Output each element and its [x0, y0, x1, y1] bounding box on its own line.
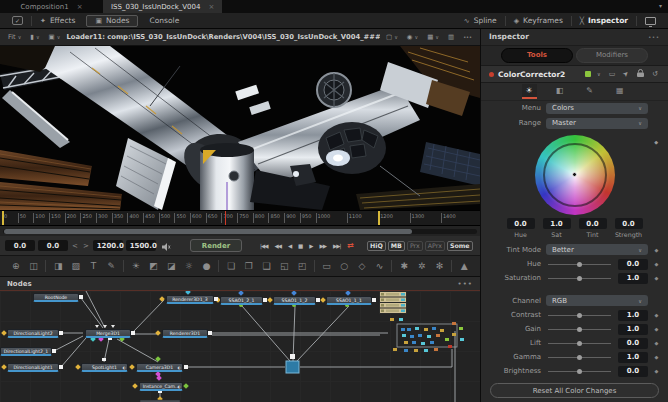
strength-value-field[interactable]: 0.0 — [615, 218, 643, 229]
pemitter-tool-icon[interactable]: ✱ — [395, 261, 413, 271]
contrast-value-field[interactable]: 1.0 — [618, 310, 648, 321]
fastnoise-tool-icon[interactable]: ▨ — [67, 261, 85, 271]
colorcorrector-header[interactable]: ColorCorrector2 ∨ ▭ ➤ ↺ — [481, 65, 668, 84]
dual-monitor-icon[interactable] — [645, 17, 656, 25]
range-dropdown[interactable]: Master ∨ — [546, 118, 648, 129]
inspector-menu-icon[interactable]: ••• — [648, 34, 660, 40]
polygon-mask-icon[interactable]: ◇ — [353, 261, 371, 271]
reset-icon[interactable]: ↺ — [650, 70, 660, 78]
loop-button[interactable]: ⇄ — [344, 239, 357, 252]
inspector-button[interactable]: ╳ Inspector — [572, 13, 636, 29]
effects-button[interactable]: ✦ Effects — [32, 13, 83, 29]
keyframes-button[interactable]: ◈ Keyframes — [506, 13, 571, 29]
channel-dropdown[interactable]: ▮ ∨ — [27, 33, 42, 41]
mattecontrol-tool-icon[interactable]: ❑ — [258, 261, 276, 271]
lift-slider[interactable] — [546, 339, 613, 348]
node-rootnode[interactable]: RootNode — [33, 293, 79, 302]
brightness-value-field[interactable]: 0.0 — [618, 366, 648, 377]
node-camera3d1[interactable]: Camera3D1 — [136, 363, 183, 372]
ranges-tab-icon[interactable]: ◧ — [552, 84, 568, 99]
slider-handle[interactable] — [577, 262, 582, 267]
tint-value-field[interactable]: 0.0 — [579, 218, 607, 229]
gain-slider[interactable] — [546, 325, 613, 334]
rectangle-mask-icon[interactable]: ▭ — [318, 261, 336, 271]
keyframe-diamond-icon[interactable]: ◆ — [653, 247, 660, 253]
blur-tool-icon[interactable]: ● — [198, 261, 216, 271]
current-time-field[interactable]: 0.0 — [38, 240, 68, 251]
playhead[interactable] — [225, 211, 226, 225]
roi-dropdown[interactable]: ▢ ∨ — [383, 33, 401, 41]
current-frame-field[interactable]: 0.0 — [5, 240, 35, 251]
lock-icon[interactable] — [635, 69, 646, 79]
transform-tool-icon[interactable]: ◰ — [293, 261, 311, 271]
buffer-dropdown[interactable]: ▣ ∨ — [46, 33, 64, 41]
gamma-value-field[interactable]: 1.0 — [618, 352, 648, 363]
render-range-marker[interactable] — [378, 211, 380, 225]
paint-tool-icon[interactable]: ✎ — [102, 261, 120, 271]
spline-button[interactable]: ∿ Spline — [456, 13, 505, 29]
nodes-panel-header[interactable]: Nodes ••• — [0, 277, 480, 291]
keyframe-diamond-icon[interactable]: ◆ — [653, 275, 660, 281]
pmerge-tool-icon[interactable]: ✲ — [413, 261, 431, 271]
node-ssao1-2-1[interactable]: SSAO1_2_1 — [220, 296, 263, 305]
node-editor[interactable]: RootNode Renderer3D1_3 SSAO1_2_1 SSAO1_1… — [0, 291, 480, 402]
hiq-toggle[interactable]: HiQ — [367, 241, 386, 251]
hue-slider[interactable] — [546, 260, 613, 269]
correction-tab-icon[interactable]: ☀ — [522, 84, 537, 99]
node-color-swatch[interactable] — [585, 71, 591, 77]
tab-modifiers[interactable]: Modifiers — [576, 48, 648, 63]
slider-handle[interactable] — [577, 276, 582, 281]
slider-handle[interactable] — [577, 341, 582, 346]
colorcorrector-tool-icon[interactable]: ☀ — [127, 261, 145, 271]
tint-mode-dropdown[interactable]: Better ∨ — [546, 244, 648, 255]
gamma-slider[interactable] — [546, 353, 613, 362]
io-saver-icon[interactable]: ◫ — [25, 261, 43, 271]
gain-value-field[interactable]: 1.0 — [618, 324, 648, 335]
render-button[interactable]: Render — [190, 239, 242, 252]
audio-icon[interactable] — [162, 236, 171, 255]
step-forward-button[interactable]: > — [82, 242, 90, 250]
fast-forward-button[interactable]: ▶▶ — [317, 241, 329, 251]
range-end-field[interactable]: 1500.0 — [126, 240, 156, 251]
nodes-button[interactable]: ▣ Nodes — [86, 15, 138, 27]
hue-value-field[interactable]: 0.0 — [507, 218, 535, 229]
timeline-scrollbar[interactable] — [0, 226, 480, 236]
node-directionallight2[interactable]: DirectionalLight2 — [7, 329, 59, 338]
play-button[interactable]: ▶ — [306, 241, 315, 251]
menu-dropdown[interactable]: Colors ∨ — [546, 103, 648, 114]
node-directionallight2-1[interactable]: DirectionalLight2_1 — [0, 347, 52, 356]
saturation-slider[interactable] — [546, 274, 613, 283]
range-start-field[interactable]: 1200.0 — [93, 240, 123, 251]
node-renderer3d1[interactable]: Renderer3D1 — [162, 329, 208, 338]
chevron-down-icon[interactable]: ∨ — [595, 71, 603, 77]
merge-tool-icon[interactable]: ❏ — [222, 261, 240, 271]
imageplane3d-tool-icon[interactable]: ▲ — [455, 261, 473, 271]
tab-iss-comp[interactable]: ISS_030_IssUnDock_V004 × — [103, 0, 222, 13]
colorcurves-tool-icon[interactable]: ◩ — [145, 261, 163, 271]
slider-handle[interactable] — [577, 327, 582, 332]
suppress-tab-icon[interactable]: ✎ — [582, 84, 597, 99]
node-directionallight1[interactable]: DirectionalLight1 — [7, 363, 59, 372]
text-tool-icon[interactable]: T — [85, 261, 103, 271]
close-icon[interactable]: × — [208, 3, 214, 11]
selective-update-toggle[interactable]: Some — [447, 241, 473, 251]
options-tab-icon[interactable]: ▦ — [612, 84, 628, 99]
toolbar-toggle-icon[interactable]: ✓ — [12, 16, 23, 25]
lut-dropdown[interactable]: ◉ ∨ — [404, 33, 421, 41]
keyframe-diamond-icon[interactable]: ◆ — [654, 139, 658, 145]
step-back-button[interactable]: < — [71, 242, 79, 250]
hue-value-field[interactable]: 0.0 — [618, 259, 648, 270]
reset-all-color-changes-button[interactable]: Reset All Color Changes — [490, 383, 659, 398]
brightness-slider[interactable] — [546, 367, 613, 376]
slider-handle[interactable] — [577, 355, 582, 360]
bspline-mask-icon[interactable]: ∿ — [371, 261, 389, 271]
proxy-toggle[interactable]: Prx — [407, 241, 423, 251]
play-reverse-button[interactable]: ◀ — [285, 241, 294, 251]
timeline-ruler[interactable]: 0501001502002503003504004505005506006507… — [0, 210, 480, 226]
ellipse-mask-icon[interactable]: ○ — [335, 261, 353, 271]
node-ssao1-1-1[interactable]: SSAO1_1_1 — [326, 296, 372, 305]
slider-handle[interactable] — [577, 369, 582, 374]
motionblur-toggle[interactable]: MB — [388, 241, 405, 251]
keyframe-diamond-icon[interactable]: ◆ — [653, 354, 660, 360]
viewer-image[interactable] — [0, 46, 480, 210]
